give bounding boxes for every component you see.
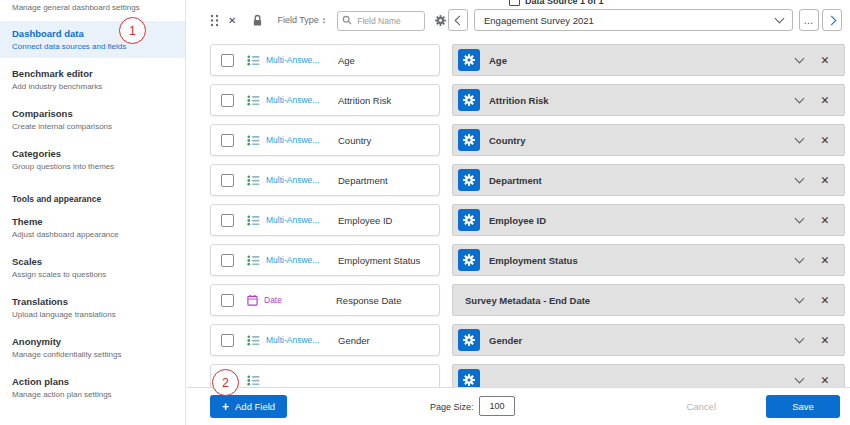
cancel-button[interactable]: Cancel [680,400,722,413]
field-row-gap [440,324,452,356]
mapped-field-row: Age✕ [452,44,845,76]
multi-answer-field-icon [247,55,260,66]
expand-field-button[interactable] [786,258,812,262]
field-row-gap [440,164,452,196]
mapped-field-row: Attrition Risk✕ [452,84,845,116]
field-name-label: Gender [338,335,370,346]
field-settings-button[interactable] [458,169,480,191]
chevron-down-icon [794,54,804,64]
sidebar-item-translations[interactable]: TranslationsUpload language translations [0,289,185,326]
field-settings-button[interactable] [458,209,480,231]
sidebar-item-theme[interactable]: ThemeAdjust dashboard appearance [0,209,185,246]
sidebar-item-scales[interactable]: ScalesAssign scales to questions [0,249,185,286]
field-type-label: Multi-Answe... [266,335,330,345]
footer-bar: + Add Field Page Size: Cancel Save [187,387,850,425]
sidebar-item-benchmark-editor[interactable]: Benchmark editorAdd industry benchmarks [0,61,185,98]
field-settings-button[interactable] [458,249,480,271]
field-checkbox[interactable] [221,214,234,227]
remove-field-button[interactable]: ✕ [812,254,838,266]
sidebar-item-action-plans[interactable]: Action plansManage action plan settings [0,369,185,406]
expand-field-button[interactable] [786,98,812,102]
field-row: Multi-Answe...CountryCountry✕ [210,124,845,156]
multi-answer-field-icon [247,375,260,386]
multi-answer-field-icon [247,215,260,226]
field-row: DateResponse DateSurvey Metadata - End D… [210,284,845,316]
expand-field-button[interactable] [786,138,812,142]
field-checkbox[interactable] [221,254,234,267]
data-source-checkbox-icon [509,0,520,6]
remove-field-button[interactable]: ✕ [812,214,838,226]
clipped-sidebar-subtitle: Manage general dashboard settings [0,0,185,21]
remove-field-button[interactable]: ✕ [812,334,838,346]
sidebar-item-dashboard-data[interactable]: Dashboard dataConnect data sources and f… [0,21,185,58]
field-settings-button[interactable] [458,49,480,71]
mapped-field-label: Employment Status [489,255,786,266]
chevron-down-icon [794,134,804,144]
multi-answer-field-icon [247,135,260,146]
mapped-field-row: Gender✕ [452,324,845,356]
remove-field-button[interactable]: ✕ [812,174,838,186]
sidebar-item-title: Scales [12,256,173,267]
prev-source-button[interactable] [448,9,468,31]
mapped-field-row: Employee ID✕ [452,204,845,236]
chevron-left-icon [454,15,464,25]
sidebar-item-subtitle: Adjust dashboard appearance [12,230,173,239]
field-checkbox[interactable] [221,174,234,187]
sidebar-item-subtitle: Connect data sources and fields [12,42,173,51]
sidebar-item-subtitle: Create internal comparisons [12,122,173,131]
field-checkbox[interactable] [221,294,234,307]
add-field-label: Add Field [235,401,275,412]
sidebar-item-title: Benchmark editor [12,68,173,79]
field-type-label: Multi-Answe... [266,95,330,105]
field-checkbox[interactable] [221,134,234,147]
sidebar-item-title: Comparisons [12,108,173,119]
sidebar-item-anonymity[interactable]: AnonymityManage confidentiality settings [0,329,185,366]
expand-field-button[interactable] [786,218,812,222]
data-source-select[interactable]: Engagement Survey 2021 [474,9,793,31]
sidebar-items: Dashboard dataConnect data sources and f… [0,21,185,406]
lock-icon[interactable] [252,14,263,27]
field-checkbox[interactable] [221,94,234,107]
remove-field-button[interactable]: ✕ [812,54,838,66]
sidebar-item-subtitle: Upload language translations [12,310,173,319]
mapped-field-label: Attrition Risk [489,95,786,106]
next-source-button[interactable] [822,9,842,31]
annotation-step-1: 1 [119,17,146,44]
mapped-field-label: Employee ID [489,215,786,226]
remove-field-button[interactable]: ✕ [812,374,838,386]
field-card: Multi-Answe...Department [210,164,440,196]
field-settings-button[interactable] [458,89,480,111]
field-checkbox[interactable] [221,54,234,67]
dashboard-settings-screen: Manage general dashboard settings Dashbo… [0,0,850,425]
field-card: Multi-Answe...Employee ID [210,204,440,236]
chevron-down-icon [794,94,804,104]
data-source-controls: Engagement Survey 2021 … [448,9,842,31]
more-options-button[interactable]: … [799,9,819,31]
save-button[interactable]: Save [766,395,840,418]
chevron-right-icon [826,15,836,25]
field-settings-button[interactable] [458,129,480,151]
page-size-input[interactable] [479,396,515,416]
field-type-sort-header[interactable]: Field Type ▴▾ [277,15,325,25]
remove-field-button[interactable]: ✕ [812,94,838,106]
field-checkbox[interactable] [221,334,234,347]
field-settings-button[interactable] [458,329,480,351]
settings-sidebar: Manage general dashboard settings Dashbo… [0,0,186,425]
expand-field-button[interactable] [786,378,812,382]
data-source-count-label: Data Source 1 of 1 [525,0,604,6]
remove-field-button[interactable]: ✕ [812,294,838,306]
expand-field-button[interactable] [786,338,812,342]
remove-field-button[interactable]: ✕ [812,134,838,146]
add-field-button[interactable]: + Add Field [210,395,287,418]
expand-field-button[interactable] [786,178,812,182]
field-name-label: Response Date [336,295,401,306]
clear-selection-icon[interactable]: ✕ [228,15,236,26]
sidebar-item-comparisons[interactable]: ComparisonsCreate internal comparisons [0,101,185,138]
settings-gear-icon[interactable] [435,15,446,26]
sidebar-item-categories[interactable]: CategoriesGroup questions into themes [0,141,185,178]
search-icon [342,15,352,25]
expand-field-button[interactable] [786,58,812,62]
chevron-down-icon [794,174,804,184]
expand-field-button[interactable] [786,298,812,302]
drag-handle-icon[interactable] [210,14,219,27]
